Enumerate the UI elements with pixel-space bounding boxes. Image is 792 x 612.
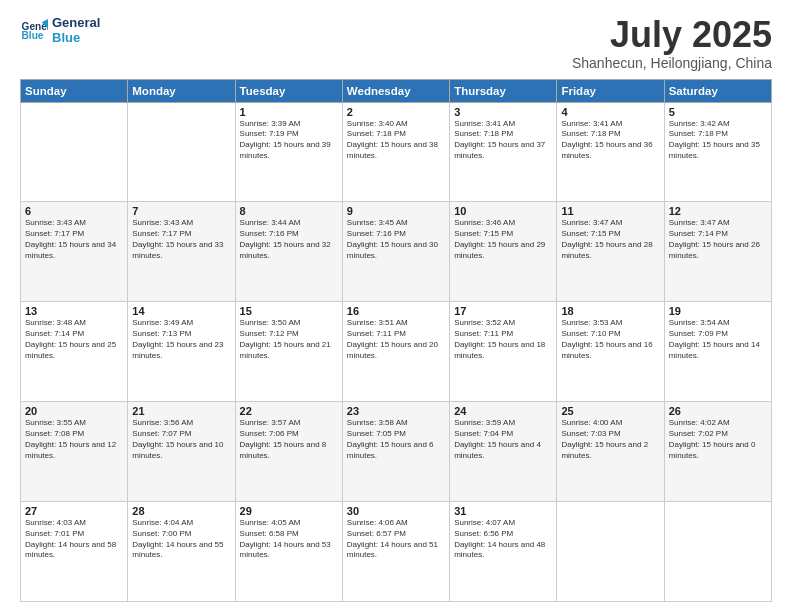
week-row-3: 13Sunrise: 3:48 AMSunset: 7:14 PMDayligh…	[21, 302, 772, 402]
day-number: 20	[25, 405, 123, 417]
calendar-cell: 14Sunrise: 3:49 AMSunset: 7:13 PMDayligh…	[128, 302, 235, 402]
day-number: 19	[669, 305, 767, 317]
day-info: Sunrise: 4:00 AMSunset: 7:03 PMDaylight:…	[561, 418, 659, 461]
weekday-header-thursday: Thursday	[450, 79, 557, 102]
day-number: 29	[240, 505, 338, 517]
day-info: Sunrise: 3:41 AMSunset: 7:18 PMDaylight:…	[561, 119, 659, 162]
day-info: Sunrise: 3:53 AMSunset: 7:10 PMDaylight:…	[561, 318, 659, 361]
day-info: Sunrise: 3:51 AMSunset: 7:11 PMDaylight:…	[347, 318, 445, 361]
calendar-table: SundayMondayTuesdayWednesdayThursdayFrid…	[20, 79, 772, 602]
calendar-cell: 18Sunrise: 3:53 AMSunset: 7:10 PMDayligh…	[557, 302, 664, 402]
weekday-header-wednesday: Wednesday	[342, 79, 449, 102]
calendar-cell: 17Sunrise: 3:52 AMSunset: 7:11 PMDayligh…	[450, 302, 557, 402]
calendar-cell: 8Sunrise: 3:44 AMSunset: 7:16 PMDaylight…	[235, 202, 342, 302]
day-info: Sunrise: 4:06 AMSunset: 6:57 PMDaylight:…	[347, 518, 445, 561]
day-info: Sunrise: 4:07 AMSunset: 6:56 PMDaylight:…	[454, 518, 552, 561]
day-info: Sunrise: 3:41 AMSunset: 7:18 PMDaylight:…	[454, 119, 552, 162]
day-number: 28	[132, 505, 230, 517]
calendar-cell	[557, 502, 664, 602]
day-info: Sunrise: 3:54 AMSunset: 7:09 PMDaylight:…	[669, 318, 767, 361]
calendar-cell: 2Sunrise: 3:40 AMSunset: 7:18 PMDaylight…	[342, 102, 449, 202]
calendar-cell: 5Sunrise: 3:42 AMSunset: 7:18 PMDaylight…	[664, 102, 771, 202]
day-info: Sunrise: 3:39 AMSunset: 7:19 PMDaylight:…	[240, 119, 338, 162]
day-number: 22	[240, 405, 338, 417]
weekday-header-friday: Friday	[557, 79, 664, 102]
day-number: 6	[25, 205, 123, 217]
day-number: 7	[132, 205, 230, 217]
calendar-cell: 1Sunrise: 3:39 AMSunset: 7:19 PMDaylight…	[235, 102, 342, 202]
day-number: 21	[132, 405, 230, 417]
day-number: 16	[347, 305, 445, 317]
day-info: Sunrise: 3:40 AMSunset: 7:18 PMDaylight:…	[347, 119, 445, 162]
day-info: Sunrise: 3:43 AMSunset: 7:17 PMDaylight:…	[132, 218, 230, 261]
day-info: Sunrise: 3:56 AMSunset: 7:07 PMDaylight:…	[132, 418, 230, 461]
day-number: 8	[240, 205, 338, 217]
calendar-cell	[664, 502, 771, 602]
logo-line2: Blue	[52, 30, 100, 45]
day-number: 1	[240, 106, 338, 118]
logo-icon: General Blue	[20, 16, 48, 44]
weekday-header-saturday: Saturday	[664, 79, 771, 102]
day-info: Sunrise: 4:04 AMSunset: 7:00 PMDaylight:…	[132, 518, 230, 561]
day-number: 13	[25, 305, 123, 317]
weekday-header-sunday: Sunday	[21, 79, 128, 102]
calendar-cell: 21Sunrise: 3:56 AMSunset: 7:07 PMDayligh…	[128, 402, 235, 502]
calendar-cell: 26Sunrise: 4:02 AMSunset: 7:02 PMDayligh…	[664, 402, 771, 502]
day-number: 26	[669, 405, 767, 417]
day-number: 18	[561, 305, 659, 317]
calendar-cell: 12Sunrise: 3:47 AMSunset: 7:14 PMDayligh…	[664, 202, 771, 302]
day-number: 15	[240, 305, 338, 317]
day-number: 11	[561, 205, 659, 217]
calendar-cell	[128, 102, 235, 202]
calendar-cell: 23Sunrise: 3:58 AMSunset: 7:05 PMDayligh…	[342, 402, 449, 502]
weekday-header-monday: Monday	[128, 79, 235, 102]
day-info: Sunrise: 3:58 AMSunset: 7:05 PMDaylight:…	[347, 418, 445, 461]
calendar-cell: 31Sunrise: 4:07 AMSunset: 6:56 PMDayligh…	[450, 502, 557, 602]
calendar-cell: 9Sunrise: 3:45 AMSunset: 7:16 PMDaylight…	[342, 202, 449, 302]
calendar-cell: 25Sunrise: 4:00 AMSunset: 7:03 PMDayligh…	[557, 402, 664, 502]
calendar-cell: 29Sunrise: 4:05 AMSunset: 6:58 PMDayligh…	[235, 502, 342, 602]
calendar-cell: 15Sunrise: 3:50 AMSunset: 7:12 PMDayligh…	[235, 302, 342, 402]
day-number: 17	[454, 305, 552, 317]
day-number: 5	[669, 106, 767, 118]
calendar-cell: 13Sunrise: 3:48 AMSunset: 7:14 PMDayligh…	[21, 302, 128, 402]
day-number: 9	[347, 205, 445, 217]
day-info: Sunrise: 3:59 AMSunset: 7:04 PMDaylight:…	[454, 418, 552, 461]
day-info: Sunrise: 4:03 AMSunset: 7:01 PMDaylight:…	[25, 518, 123, 561]
calendar-cell: 4Sunrise: 3:41 AMSunset: 7:18 PMDaylight…	[557, 102, 664, 202]
calendar-cell	[21, 102, 128, 202]
calendar-cell: 19Sunrise: 3:54 AMSunset: 7:09 PMDayligh…	[664, 302, 771, 402]
calendar-cell: 7Sunrise: 3:43 AMSunset: 7:17 PMDaylight…	[128, 202, 235, 302]
calendar-cell: 22Sunrise: 3:57 AMSunset: 7:06 PMDayligh…	[235, 402, 342, 502]
day-info: Sunrise: 3:45 AMSunset: 7:16 PMDaylight:…	[347, 218, 445, 261]
logo-line1: General	[52, 15, 100, 30]
day-info: Sunrise: 4:02 AMSunset: 7:02 PMDaylight:…	[669, 418, 767, 461]
day-number: 27	[25, 505, 123, 517]
day-info: Sunrise: 3:43 AMSunset: 7:17 PMDaylight:…	[25, 218, 123, 261]
day-number: 14	[132, 305, 230, 317]
calendar-cell: 10Sunrise: 3:46 AMSunset: 7:15 PMDayligh…	[450, 202, 557, 302]
calendar-cell: 30Sunrise: 4:06 AMSunset: 6:57 PMDayligh…	[342, 502, 449, 602]
day-info: Sunrise: 3:47 AMSunset: 7:14 PMDaylight:…	[669, 218, 767, 261]
day-info: Sunrise: 3:48 AMSunset: 7:14 PMDaylight:…	[25, 318, 123, 361]
calendar-cell: 11Sunrise: 3:47 AMSunset: 7:15 PMDayligh…	[557, 202, 664, 302]
calendar-cell: 27Sunrise: 4:03 AMSunset: 7:01 PMDayligh…	[21, 502, 128, 602]
day-info: Sunrise: 3:42 AMSunset: 7:18 PMDaylight:…	[669, 119, 767, 162]
day-number: 31	[454, 505, 552, 517]
day-number: 10	[454, 205, 552, 217]
weekday-header-row: SundayMondayTuesdayWednesdayThursdayFrid…	[21, 79, 772, 102]
day-info: Sunrise: 3:57 AMSunset: 7:06 PMDaylight:…	[240, 418, 338, 461]
calendar-cell: 20Sunrise: 3:55 AMSunset: 7:08 PMDayligh…	[21, 402, 128, 502]
page-header: General Blue General Blue July 2025 Shan…	[20, 15, 772, 71]
calendar-cell: 3Sunrise: 3:41 AMSunset: 7:18 PMDaylight…	[450, 102, 557, 202]
location-title: Shanhecun, Heilongjiang, China	[572, 55, 772, 71]
day-info: Sunrise: 3:47 AMSunset: 7:15 PMDaylight:…	[561, 218, 659, 261]
day-number: 25	[561, 405, 659, 417]
day-number: 3	[454, 106, 552, 118]
day-number: 30	[347, 505, 445, 517]
calendar-cell: 28Sunrise: 4:04 AMSunset: 7:00 PMDayligh…	[128, 502, 235, 602]
calendar-cell: 6Sunrise: 3:43 AMSunset: 7:17 PMDaylight…	[21, 202, 128, 302]
day-number: 23	[347, 405, 445, 417]
day-info: Sunrise: 3:55 AMSunset: 7:08 PMDaylight:…	[25, 418, 123, 461]
week-row-5: 27Sunrise: 4:03 AMSunset: 7:01 PMDayligh…	[21, 502, 772, 602]
